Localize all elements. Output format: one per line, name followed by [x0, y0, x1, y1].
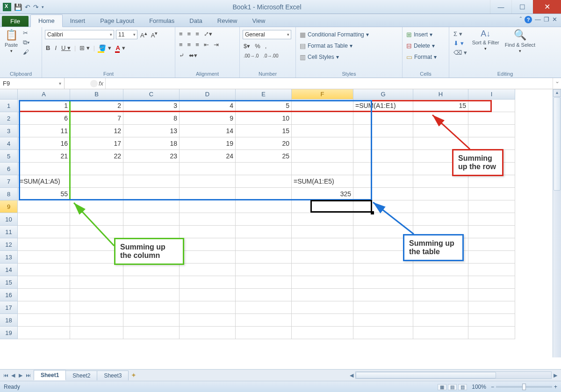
minimize-button[interactable]: — — [490, 0, 511, 14]
cell-D14[interactable] — [180, 264, 236, 276]
cell-D11[interactable] — [180, 226, 236, 238]
workbook-restore-icon[interactable]: ❐ — [544, 16, 549, 23]
cell-C18[interactable] — [123, 314, 180, 327]
zoom-out-button[interactable]: − — [491, 384, 494, 390]
conditional-formatting-button[interactable]: ▦Conditional Formatting ▾ — [299, 30, 370, 39]
cell-H1[interactable]: 15 — [413, 100, 468, 112]
cell-F18[interactable] — [292, 314, 353, 327]
sheet-tab-1[interactable]: Sheet1 — [34, 370, 66, 380]
cell-G18[interactable] — [353, 314, 413, 327]
cell-E19[interactable] — [236, 327, 292, 339]
cell-D4[interactable]: 19 — [180, 137, 236, 150]
fx-button[interactable]: fx — [99, 80, 103, 87]
cell-A18[interactable] — [18, 314, 70, 327]
cell-D18[interactable] — [180, 314, 236, 327]
cell-E3[interactable]: 15 — [236, 125, 292, 137]
decrease-indent-button[interactable]: ⇤ — [203, 41, 210, 49]
cell-G3[interactable] — [353, 125, 413, 137]
cell-B3[interactable]: 12 — [70, 125, 123, 137]
cell-C14[interactable] — [123, 264, 180, 276]
format-as-table-button[interactable]: ▤Format as Table ▾ — [299, 41, 353, 50]
row-header-8[interactable]: 8 — [0, 188, 18, 200]
cell-D3[interactable]: 14 — [180, 125, 236, 137]
cell-D16[interactable] — [180, 289, 236, 301]
workbook-close-icon[interactable]: ✕ — [552, 16, 557, 23]
cell-C8[interactable] — [123, 188, 180, 200]
format-cells-button[interactable]: ▭Format ▾ — [405, 52, 438, 62]
cell-E17[interactable] — [236, 301, 292, 314]
cell-I7[interactable] — [468, 175, 515, 188]
cell-G16[interactable] — [353, 289, 413, 301]
italic-button[interactable]: I — [54, 44, 58, 52]
select-all-corner[interactable] — [0, 89, 18, 100]
cell-E4[interactable]: 20 — [236, 137, 292, 150]
row-header-2[interactable]: 2 — [0, 112, 18, 125]
cell-B1[interactable]: 2 — [70, 100, 123, 112]
cell-E12[interactable] — [236, 238, 292, 251]
cell-B15[interactable] — [70, 276, 123, 289]
cell-B18[interactable] — [70, 314, 123, 327]
cell-E5[interactable]: 25 — [236, 150, 292, 163]
cell-I13[interactable] — [468, 251, 515, 264]
cell-D13[interactable] — [180, 251, 236, 264]
maximize-button[interactable]: ☐ — [511, 0, 533, 14]
help-icon[interactable]: ? — [525, 16, 532, 23]
sort-filter-button[interactable]: A↓ Sort & Filter▾ — [470, 28, 501, 52]
zoom-slider[interactable] — [496, 386, 552, 388]
cell-F5[interactable] — [292, 150, 353, 163]
row-header-10[interactable]: 10 — [0, 213, 18, 226]
fill-color-button[interactable]: 🪣 ▾ — [98, 44, 112, 52]
redo-icon[interactable]: ↷ — [33, 3, 39, 11]
cell-F16[interactable] — [292, 289, 353, 301]
cell-G17[interactable] — [353, 301, 413, 314]
cell-C15[interactable] — [123, 276, 180, 289]
tab-nav-next-icon[interactable]: ▶ — [17, 372, 24, 378]
row-header-12[interactable]: 12 — [0, 238, 18, 251]
cell-E15[interactable] — [236, 276, 292, 289]
cell-C3[interactable]: 13 — [123, 125, 180, 137]
shrink-font-button[interactable]: A▾ — [150, 30, 159, 39]
cell-A11[interactable] — [18, 226, 70, 238]
cell-E1[interactable]: 5 — [236, 100, 292, 112]
font-name-combo[interactable]: Calibri — [45, 30, 114, 39]
cell-A15[interactable] — [18, 276, 70, 289]
cell-C19[interactable] — [123, 327, 180, 339]
cell-A19[interactable] — [18, 327, 70, 339]
cell-A5[interactable]: 21 — [18, 150, 70, 163]
cell-E14[interactable] — [236, 264, 292, 276]
undo-icon[interactable]: ↶ — [25, 3, 30, 11]
cancel-formula-icon[interactable] — [90, 80, 98, 87]
normal-view-button[interactable]: ▦ — [438, 384, 446, 390]
autosum-button[interactable]: Σ ▾ — [452, 30, 468, 38]
tab-nav-last-icon[interactable]: ⏭ — [24, 372, 32, 378]
cell-F6[interactable] — [292, 163, 353, 175]
cell-F1[interactable] — [292, 100, 353, 112]
orientation-button[interactable]: ⤢▾ — [203, 30, 213, 38]
delete-cells-button[interactable]: ⊟Delete ▾ — [405, 41, 436, 50]
col-header-C[interactable]: C — [123, 89, 180, 100]
row-header-7[interactable]: 7 — [0, 175, 18, 188]
cell-G9[interactable] — [353, 200, 413, 213]
cell-B8[interactable] — [70, 188, 123, 200]
close-button[interactable]: ✕ — [533, 0, 561, 14]
cell-C9[interactable] — [123, 200, 180, 213]
cell-I4[interactable] — [468, 137, 515, 150]
cell-H16[interactable] — [413, 289, 468, 301]
cell-H7[interactable] — [413, 175, 468, 188]
cell-B11[interactable] — [70, 226, 123, 238]
fill-button[interactable]: ⬇ ▾ — [452, 39, 468, 47]
cell-H2[interactable] — [413, 112, 468, 125]
tab-insert[interactable]: Insert — [63, 15, 93, 27]
sheet-tab-3[interactable]: Sheet3 — [97, 371, 129, 380]
insert-cells-button[interactable]: ⊞Insert ▾ — [405, 30, 433, 39]
cell-B17[interactable] — [70, 301, 123, 314]
cell-I2[interactable] — [468, 112, 515, 125]
row-header-6[interactable]: 6 — [0, 163, 18, 175]
align-left-button[interactable]: ≡ — [178, 41, 184, 49]
cell-D19[interactable] — [180, 327, 236, 339]
cell-I12[interactable] — [468, 238, 515, 251]
cell-A2[interactable]: 6 — [18, 112, 70, 125]
cell-styles-button[interactable]: ▥Cell Styles ▾ — [299, 52, 340, 62]
cell-G19[interactable] — [353, 327, 413, 339]
save-icon[interactable]: 💾 — [14, 3, 22, 11]
